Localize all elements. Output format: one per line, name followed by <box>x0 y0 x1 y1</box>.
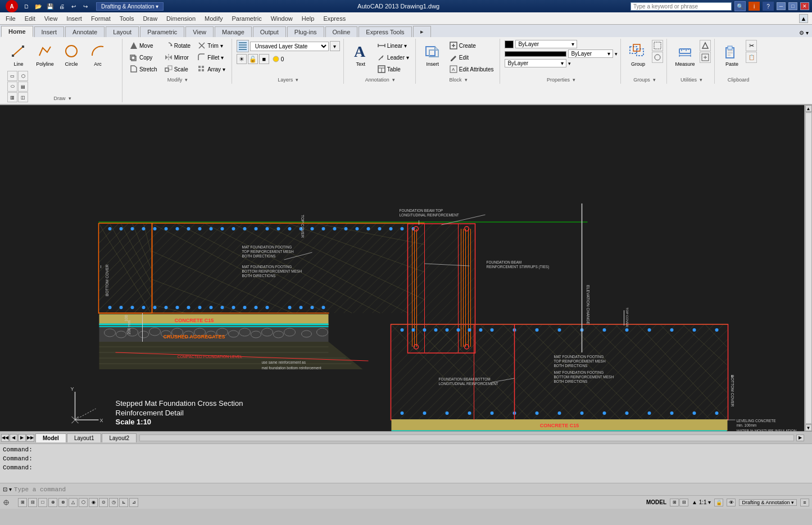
btn-edit-attribs[interactable]: A Edit Attributes <box>447 64 497 75</box>
sb-snap-btn[interactable]: ⊟ <box>28 498 37 507</box>
hscroll-bar[interactable] <box>139 435 794 441</box>
btn-table[interactable]: Table <box>375 64 412 75</box>
btn-line[interactable]: Line <box>6 40 31 69</box>
tab-home[interactable]: Home <box>1 26 33 37</box>
vscroll-thumb[interactable] <box>805 112 812 424</box>
tab-more[interactable]: ▸ <box>413 26 431 37</box>
btn-polyline[interactable]: Polyline <box>33 40 57 69</box>
draw-expand-btn[interactable]: ▾ <box>69 96 71 101</box>
layer-freeze-btn[interactable]: ☀ <box>237 54 247 64</box>
anno-visibility-btn[interactable]: 👁 <box>727 499 736 506</box>
customize-btn[interactable]: ⚙ ▾ <box>796 29 812 37</box>
tab-model[interactable]: Model <box>35 433 66 442</box>
btn-insert[interactable]: Insert <box>420 40 445 69</box>
close-button[interactable]: ✕ <box>800 2 809 10</box>
block-expand-btn[interactable]: ▾ <box>465 77 468 83</box>
vscroll-up-btn[interactable]: ▲ <box>805 105 812 112</box>
annotation-expand-btn[interactable]: ▾ <box>392 77 395 83</box>
tab-view[interactable]: View <box>185 26 214 37</box>
menu-window[interactable]: Window <box>266 14 297 23</box>
command-input[interactable] <box>14 486 809 493</box>
group-expand1-btn[interactable] <box>652 40 663 51</box>
menu-format[interactable]: Format <box>87 14 115 23</box>
tab-last-btn[interactable]: ▶▶ <box>26 434 34 442</box>
sb-ortho-btn[interactable]: □ <box>38 498 47 507</box>
sb-model-btn[interactable]: ⊿ <box>129 498 138 507</box>
vscroll-down-btn[interactable]: ▼ <box>805 424 812 431</box>
color-swatch[interactable] <box>505 40 514 48</box>
btn-trim[interactable]: Trim ▾ <box>195 40 228 51</box>
ribbon-minimize-btn[interactable]: ▲ <box>799 14 808 23</box>
btn-mirror[interactable]: Mirror <box>162 52 193 63</box>
sb-otrack-btn[interactable]: △ <box>69 498 78 507</box>
btn-stretch[interactable]: Stretch <box>127 64 160 75</box>
tab-layout[interactable]: Layout <box>106 26 139 37</box>
vertical-scrollbar[interactable]: ▲ ▼ <box>804 105 812 431</box>
layer-color-btn[interactable]: ■ <box>259 54 269 64</box>
btn-fillet[interactable]: Fillet ▾ <box>195 52 228 63</box>
copy2-btn[interactable]: 📋 <box>746 52 757 63</box>
drawing-canvas[interactable]: CONCRETE C15 <box>0 105 804 431</box>
lineweight-expand[interactable]: ▾ <box>568 61 571 66</box>
btn-edit[interactable]: Edit <box>447 52 497 63</box>
qat-save[interactable]: 💾 <box>44 1 56 11</box>
tab-parametric[interactable]: Parametric <box>140 26 184 37</box>
util-btn1[interactable] <box>700 40 711 51</box>
qat-redo[interactable]: ↪ <box>80 1 91 11</box>
sb-transparency-btn[interactable]: ◷ <box>109 498 118 507</box>
hscroll-right-btn[interactable]: ▶ <box>796 435 804 441</box>
btn-rotate[interactable]: Rotate <box>162 40 193 51</box>
draw-polygon-btn[interactable]: ⬡ <box>18 71 28 81</box>
menu-draw[interactable]: Draw <box>138 14 162 23</box>
groups-expand-btn[interactable]: ▾ <box>653 77 656 83</box>
util-btn2[interactable] <box>700 52 711 63</box>
btn-text[interactable]: A Text <box>348 40 373 69</box>
search-input[interactable] <box>630 2 732 11</box>
draw-hatch-btn[interactable]: ▤ <box>18 82 28 92</box>
search-button[interactable]: 🔍 <box>734 1 746 11</box>
btn-group[interactable]: Group <box>625 40 650 69</box>
sb-select-btn[interactable]: ⊾ <box>119 498 128 507</box>
btn-measure[interactable]: Measure <box>672 40 698 69</box>
btn-copy[interactable]: Copy <box>127 52 160 63</box>
btn-circle[interactable]: Circle <box>59 40 84 69</box>
color-dropdown[interactable]: ByLayer▾ <box>515 40 577 48</box>
workspace-dropdown[interactable]: Drafting & Annotation ▾ <box>96 2 164 11</box>
btn-paste[interactable]: Paste <box>719 40 744 69</box>
menu-modify[interactable]: Modify <box>200 14 227 23</box>
menu-express[interactable]: Express <box>319 14 350 23</box>
maximize-button[interactable]: □ <box>788 2 797 10</box>
layer-properties-btn[interactable] <box>237 40 249 52</box>
draw-ellipse-btn[interactable]: ⬭ <box>7 82 17 92</box>
sb-ducs-btn[interactable]: ⬡ <box>79 498 88 507</box>
help-button[interactable]: ? <box>763 2 774 11</box>
sb-polar-btn[interactable]: ⊕ <box>48 498 57 507</box>
menu-help[interactable]: Help <box>297 14 319 23</box>
sb-lw-btn[interactable]: ⊙ <box>99 498 108 507</box>
btn-arc[interactable]: Arc <box>85 40 110 69</box>
menu-parametric[interactable]: Parametric <box>227 14 266 23</box>
layer-lock-btn[interactable]: 🔓 <box>248 54 258 64</box>
tab-output[interactable]: Output <box>253 26 286 37</box>
tab-next-btn[interactable]: ▶ <box>18 434 26 442</box>
menu-file[interactable]: File <box>1 14 20 23</box>
layer-options-btn[interactable]: ▾ <box>330 41 340 51</box>
btn-leader[interactable]: Leader ▾ <box>375 52 412 63</box>
tab-annotate[interactable]: Annotate <box>65 26 105 37</box>
tab-prev-btn[interactable]: ◀ <box>10 434 17 442</box>
sb-grid-btn[interactable]: ⊞ <box>18 498 27 507</box>
scale-label[interactable]: ▲ 1:1 ▾ <box>692 499 711 505</box>
tab-express-tools[interactable]: Express Tools <box>359 26 411 37</box>
btn-scale[interactable]: Scale <box>162 64 193 75</box>
tab-layout1[interactable]: Layout1 <box>67 433 102 442</box>
qat-open[interactable]: 📂 <box>33 1 44 11</box>
viewport-list-btn[interactable]: ⊟ <box>679 499 688 506</box>
lineweight-dropdown[interactable]: ByLayer▾ <box>505 59 566 67</box>
menu-insert[interactable]: Insert <box>62 14 87 23</box>
menu-dimension[interactable]: Dimension <box>162 14 200 23</box>
viewport-grid-btn[interactable]: ⊞ <box>670 499 679 506</box>
tab-manage[interactable]: Manage <box>215 26 252 37</box>
tab-layout2[interactable]: Layout2 <box>102 433 137 442</box>
linetype-dropdown[interactable]: ByLayer▾ <box>568 49 613 58</box>
qat-plot[interactable]: 🖨 <box>56 1 67 11</box>
